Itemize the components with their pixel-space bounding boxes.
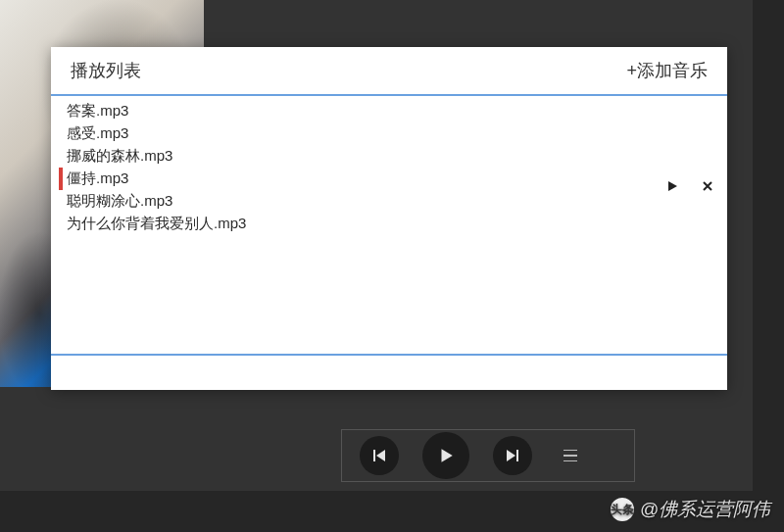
panel-title: 播放列表 <box>71 59 141 82</box>
play-button[interactable] <box>422 432 469 479</box>
selection-marker <box>59 190 63 213</box>
previous-button[interactable] <box>360 436 399 475</box>
list-item-label: 僵持.mp3 <box>67 169 128 188</box>
menu-icon[interactable] <box>564 450 577 462</box>
play-icon[interactable] <box>666 180 678 192</box>
list-item[interactable]: 挪威的森林.mp3 <box>51 145 727 168</box>
list-item[interactable]: 为什么你背着我爱别人.mp3 <box>51 213 727 235</box>
watermark: 头条 @佛系运营阿伟 <box>611 497 770 522</box>
watermark-logo: 头条 <box>611 498 634 521</box>
panel-header: 播放列表 +添加音乐 <box>51 47 727 96</box>
list-item[interactable]: 感受.mp3 <box>51 122 727 145</box>
list-item[interactable]: 聪明糊涂心.mp3 <box>51 190 727 213</box>
player-bar <box>341 429 635 482</box>
list-item-label: 感受.mp3 <box>67 124 128 143</box>
add-music-button[interactable]: +添加音乐 <box>626 59 708 82</box>
list-item-label: 挪威的森林.mp3 <box>67 147 172 166</box>
watermark-text: @佛系运营阿伟 <box>640 497 770 522</box>
selection-marker <box>59 122 63 145</box>
playlist-panel: 播放列表 +添加音乐 答案.mp3感受.mp3挪威的森林.mp3僵持.mp3聪明… <box>51 47 727 390</box>
close-icon[interactable] <box>702 180 713 192</box>
next-button[interactable] <box>493 436 532 475</box>
selection-marker <box>59 145 63 168</box>
selection-marker <box>59 100 63 122</box>
svg-rect-1 <box>516 450 518 461</box>
selection-marker <box>59 168 63 190</box>
list-item-label: 答案.mp3 <box>67 102 128 121</box>
selected-row-actions <box>666 180 713 192</box>
list-item[interactable]: 答案.mp3 <box>51 100 727 122</box>
selection-marker <box>59 213 63 235</box>
panel-footer-line <box>51 354 727 356</box>
panel-body: 答案.mp3感受.mp3挪威的森林.mp3僵持.mp3聪明糊涂心.mp3为什么你… <box>51 96 727 356</box>
svg-rect-0 <box>373 450 375 461</box>
list-item-label: 聪明糊涂心.mp3 <box>67 192 172 211</box>
list-item[interactable]: 僵持.mp3 <box>51 168 727 190</box>
list-item-label: 为什么你背着我爱别人.mp3 <box>67 215 246 233</box>
playlist-rows: 答案.mp3感受.mp3挪威的森林.mp3僵持.mp3聪明糊涂心.mp3为什么你… <box>51 96 727 239</box>
